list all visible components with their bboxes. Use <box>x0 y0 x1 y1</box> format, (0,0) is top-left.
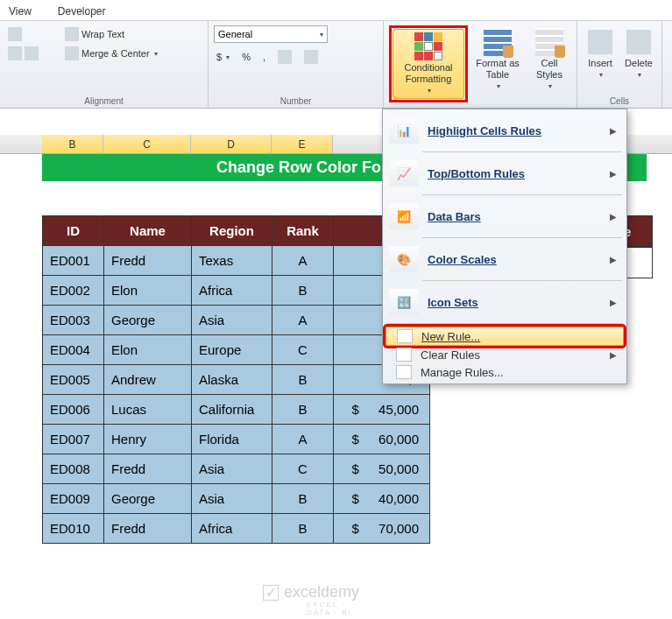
cell-name[interactable]: Lucas <box>104 395 192 425</box>
group-styles: Conditional Formatting▾ Format as Table▾… <box>384 21 577 108</box>
merge-center-button[interactable]: Merge & Center▾ <box>62 45 160 62</box>
decimal-increase-button[interactable] <box>275 48 294 66</box>
table-row[interactable]: ED002ElonAfricaB$ <box>43 276 430 306</box>
cell-region[interactable]: Africa <box>192 276 272 306</box>
cell-id[interactable]: ED001 <box>43 246 104 276</box>
cell-rank[interactable]: B <box>272 484 334 514</box>
cell-salary[interactable]: $ 60,000 <box>334 425 430 454</box>
merge-icon <box>65 46 79 60</box>
chevron-down-icon: ▾ <box>548 82 552 91</box>
menu-manage-label: Manage Rules... <box>421 366 620 379</box>
column-header-E[interactable]: E <box>272 135 333 153</box>
number-format-select[interactable]: General▾ <box>214 25 328 43</box>
cell-rank[interactable]: B <box>272 395 334 425</box>
table-row[interactable]: ED007HenryFloridaA$ 60,000 <box>43 425 430 454</box>
cell-id[interactable]: ED006 <box>43 395 104 425</box>
tab-developer[interactable]: Developer <box>58 5 106 18</box>
cell-id[interactable]: ED002 <box>43 276 104 306</box>
align-top-row[interactable] <box>5 25 41 43</box>
cell-rank[interactable]: C <box>272 454 334 484</box>
cell-id[interactable]: ED009 <box>43 484 104 514</box>
cell-rank[interactable]: A <box>272 306 334 335</box>
cell-name[interactable]: Elon <box>104 335 192 365</box>
table-row[interactable]: ED006LucasCaliforniaB$ 45,000 <box>43 395 430 425</box>
cell-id[interactable]: ED008 <box>43 454 104 484</box>
table-row[interactable]: ED010FreddAfricaB$ 70,000 <box>43 514 430 544</box>
insert-label: Insert <box>588 58 612 69</box>
watermark-text: exceldemy <box>284 583 359 601</box>
cell-name[interactable]: Fredd <box>104 514 192 544</box>
cell-name[interactable]: George <box>104 484 192 514</box>
menu-color-scales[interactable]: 🎨 Color Scales ▶ <box>386 241 624 278</box>
cell-rank[interactable]: B <box>272 514 334 544</box>
cell-name[interactable]: Elon <box>104 276 192 306</box>
menu-data-bars[interactable]: 📶 Data Bars ▶ <box>386 198 624 235</box>
table-row[interactable]: ED004ElonEuropeC$ <box>43 335 430 365</box>
tab-view[interactable]: View <box>9 5 32 18</box>
cell-rank[interactable]: C <box>272 335 334 365</box>
cell-salary[interactable]: $ 40,000 <box>334 484 430 514</box>
cell-rank[interactable]: B <box>272 365 334 395</box>
conditional-formatting-button[interactable]: Conditional Formatting▾ <box>393 29 464 99</box>
table-row[interactable]: ED009GeorgeAsiaB$ 40,000 <box>43 484 430 514</box>
percent-button[interactable]: % <box>239 48 253 66</box>
menu-new-rule[interactable]: New Rule... <box>386 327 624 346</box>
delete-button[interactable]: Delete▾ <box>621 25 656 82</box>
cell-name[interactable]: Andrew <box>104 365 192 395</box>
format-as-table-button[interactable]: Format as Table▾ <box>471 25 524 94</box>
menu-clear-rules[interactable]: Clear Rules ▶ <box>386 346 624 363</box>
cell-name[interactable]: George <box>104 306 192 335</box>
table-row[interactable]: ED008FreddAsiaC$ 50,000 <box>43 454 430 484</box>
format-as-table-icon <box>484 28 512 56</box>
cell-salary[interactable]: $ 50,000 <box>334 454 430 484</box>
wrap-text-button[interactable]: Wrap Text <box>62 25 160 43</box>
wrap-text-label: Wrap Text <box>81 29 124 39</box>
cell-id[interactable]: ED010 <box>43 514 104 544</box>
cell-rank[interactable]: A <box>272 246 334 276</box>
cell-id[interactable]: ED004 <box>43 335 104 365</box>
column-header-B[interactable]: B <box>42 135 103 153</box>
cell-region[interactable]: Asia <box>192 484 272 514</box>
column-header-D[interactable]: D <box>191 135 272 153</box>
cell-region[interactable]: California <box>192 395 272 425</box>
cell-name[interactable]: Fredd <box>104 246 192 276</box>
top-bottom-icon: 📈 <box>389 160 419 186</box>
menu-highlight-cells-rules[interactable]: 📊 Highlight Cells Rules ▶ <box>386 112 624 149</box>
cell-region[interactable]: Europe <box>192 335 272 365</box>
cell-id[interactable]: ED003 <box>43 306 104 335</box>
indent-icon <box>8 46 22 60</box>
cell-styles-button[interactable]: Cell Styles▾ <box>527 25 571 94</box>
cell-rank[interactable]: A <box>272 425 334 454</box>
cell-region[interactable]: Asia <box>192 454 272 484</box>
decimal-decrease-button[interactable] <box>301 48 321 66</box>
cell-name[interactable]: Henry <box>104 425 192 454</box>
table-row[interactable]: ED001FreddTexasA$ <box>43 246 430 276</box>
menu-top-bottom-rules[interactable]: 📈 Top/Bottom Rules ▶ <box>386 155 624 192</box>
column-header-C[interactable]: C <box>103 135 191 153</box>
cell-region[interactable]: Florida <box>192 425 272 454</box>
comma-button[interactable]: , <box>260 48 268 66</box>
menu-icon-sets[interactable]: 🔣 Icon Sets ▶ <box>386 284 624 320</box>
table-row[interactable]: ED003GeorgeAsiaA$ <box>43 306 430 335</box>
cell-name[interactable]: Fredd <box>104 454 192 484</box>
cell-region[interactable]: Texas <box>192 246 272 276</box>
cell-region[interactable]: Asia <box>192 306 272 335</box>
menu-manage-rules[interactable]: Manage Rules... <box>386 363 624 381</box>
insert-button[interactable]: Insert▾ <box>583 25 618 82</box>
currency-button[interactable]: $▾ <box>214 48 232 66</box>
cell-salary[interactable]: $ 45,000 <box>334 395 430 425</box>
cell-region[interactable]: Alaska <box>192 365 272 395</box>
cell-rank[interactable]: B <box>272 276 334 306</box>
table-row[interactable]: ED005AndrewAlaskaB$ <box>43 365 430 395</box>
header-region: Region <box>192 216 272 246</box>
header-name: Name <box>104 216 192 246</box>
indent-row[interactable] <box>5 45 41 62</box>
menu-highlight-label: Highlight Cells Rules <box>428 124 620 137</box>
percent-label: % <box>242 52 251 62</box>
cell-salary[interactable]: $ 70,000 <box>334 514 430 544</box>
group-cells: Insert▾ Delete▾ Cells <box>577 21 662 108</box>
cell-region[interactable]: Africa <box>192 514 272 544</box>
menu-separator <box>422 151 622 152</box>
cell-id[interactable]: ED007 <box>43 425 104 454</box>
cell-id[interactable]: ED005 <box>43 365 104 395</box>
